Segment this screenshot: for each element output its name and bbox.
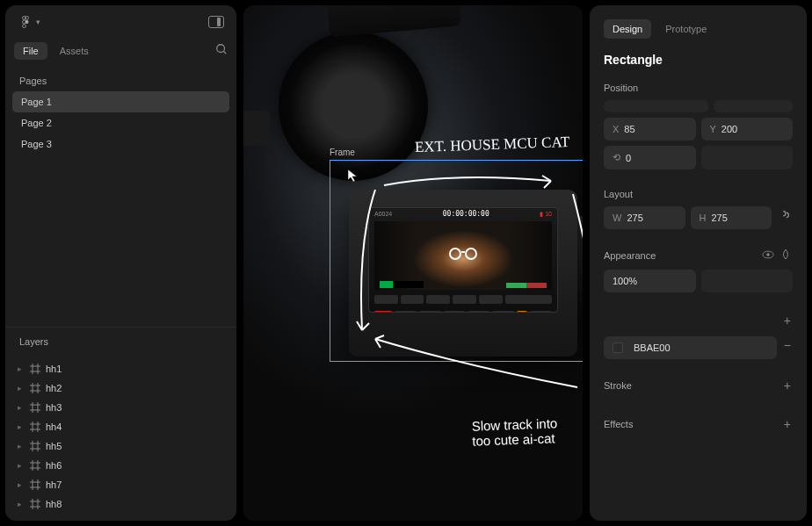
layer-label: hh7 xyxy=(46,479,62,490)
layers-header: Layers xyxy=(5,327,236,354)
fill-swatch xyxy=(613,342,623,353)
width-input[interactable]: W275 xyxy=(604,206,685,229)
annotation-bottom: Slow track into too cute ai-cat xyxy=(471,416,558,448)
svg-point-4 xyxy=(23,25,26,28)
flip-controls[interactable] xyxy=(701,146,794,169)
toggle-panels-icon[interactable] xyxy=(208,16,224,28)
appearance-section: Appearance 100% xyxy=(604,249,793,298)
y-input[interactable]: Y200 xyxy=(701,118,794,141)
canvas[interactable]: A0024 00:00:00:00 ▮ 10 Frame EXT. HOUSE … xyxy=(243,5,583,521)
frame-icon xyxy=(30,364,40,374)
layer-label: hh6 xyxy=(46,460,62,471)
app-menu[interactable]: ▾ xyxy=(18,14,40,30)
camera-lens xyxy=(279,32,428,181)
layer-label: hh5 xyxy=(46,441,62,451)
rotation-input[interactable]: ⟲0 xyxy=(604,146,696,169)
layout-section: Layout W275 H275 xyxy=(604,189,793,234)
blend-icon[interactable] xyxy=(779,250,793,264)
layer-item[interactable]: ▸hh5 xyxy=(12,436,229,456)
page-item[interactable]: Page 3 xyxy=(12,133,229,155)
layer-label: hh2 xyxy=(46,383,62,393)
layer-item[interactable]: ▸hh1 xyxy=(12,359,229,378)
layer-label: hh8 xyxy=(46,499,62,509)
add-fill-icon[interactable]: + xyxy=(782,312,793,329)
rotate-icon: ⟲ xyxy=(613,152,620,163)
app-toolbar: ▾ xyxy=(5,5,236,39)
caret-icon: ▸ xyxy=(18,500,25,508)
camera-topbody xyxy=(324,5,461,37)
frame-icon xyxy=(30,499,40,509)
right-tabs: Design Prototype xyxy=(604,19,793,39)
layer-item[interactable]: ▸hh8 xyxy=(12,494,229,514)
svg-point-5 xyxy=(217,45,225,53)
effects-section: Effects + xyxy=(604,415,793,440)
layer-label: hh1 xyxy=(46,364,62,374)
tab-design[interactable]: Design xyxy=(604,19,651,39)
caret-icon: ▸ xyxy=(18,461,25,470)
layer-label: hh4 xyxy=(46,422,62,432)
svg-point-3 xyxy=(25,20,29,24)
selection-title: Rectangle xyxy=(604,53,793,67)
layer-item[interactable]: ▸hh6 xyxy=(12,456,229,475)
layer-label: hh3 xyxy=(46,402,62,413)
caret-icon: ▸ xyxy=(18,442,25,450)
layer-item[interactable]: ▸hh4 xyxy=(12,417,229,436)
figma-logo-icon xyxy=(18,14,33,30)
tab-file[interactable]: File xyxy=(14,42,47,60)
position-section: Position X85 Y200 ⟲0 xyxy=(604,83,793,175)
annotation-top: EXT. HOUSE MCU CAT xyxy=(415,134,570,156)
visibility-icon[interactable] xyxy=(760,250,779,264)
caret-icon: ▸ xyxy=(18,364,25,373)
layer-item[interactable]: ▸hh2 xyxy=(12,378,229,398)
frame-icon xyxy=(30,383,40,393)
frame-name-label[interactable]: Frame xyxy=(330,148,355,157)
left-panel: ▾ File Assets Pages Page 1 Page 2 Page 3… xyxy=(5,5,236,521)
stroke-section: Stroke + xyxy=(604,377,793,401)
tab-assets[interactable]: Assets xyxy=(51,42,98,60)
corner-radius-input[interactable] xyxy=(701,270,794,292)
stroke-label: Stroke xyxy=(604,380,632,391)
appearance-label: Appearance xyxy=(604,250,656,261)
x-input[interactable]: X85 xyxy=(604,118,696,141)
sidebar-tabs: File Assets xyxy=(5,39,236,67)
annotation-arrow-icon xyxy=(331,163,583,409)
layers-list: ▸hh1 ▸hh2 ▸hh3 ▸hh4 ▸hh5 ▸hh6 ▸hh7 ▸hh8 xyxy=(5,354,236,521)
pages-list: Page 1 Page 2 Page 3 xyxy=(5,91,236,167)
page-item[interactable]: Page 2 xyxy=(12,112,229,133)
caret-icon: ▸ xyxy=(18,403,25,412)
layer-item[interactable]: ▸hh7 xyxy=(12,475,229,494)
align-controls-2[interactable] xyxy=(714,100,793,112)
annotation-line2: too cute ai-cat xyxy=(472,431,558,449)
remove-fill-icon[interactable]: − xyxy=(782,336,793,359)
add-effect-icon[interactable]: + xyxy=(782,415,793,433)
chevron-down-icon: ▾ xyxy=(36,18,40,26)
search-icon[interactable] xyxy=(215,43,228,59)
svg-line-6 xyxy=(224,52,227,54)
frame-icon xyxy=(30,460,40,471)
frame-icon xyxy=(30,402,40,413)
fill-color-input[interactable]: BBAE00 xyxy=(604,336,777,359)
right-panel: Design Prototype Rectangle Position X85 … xyxy=(590,5,807,521)
camera-viewfinder xyxy=(243,111,270,146)
caret-icon: ▸ xyxy=(18,422,25,431)
layer-item[interactable]: ▸hh3 xyxy=(12,398,229,417)
pages-header: Pages xyxy=(5,67,236,91)
height-input[interactable]: H275 xyxy=(691,206,772,229)
page-item[interactable]: Page 1 xyxy=(12,91,229,112)
align-controls[interactable] xyxy=(604,100,708,112)
frame-icon xyxy=(30,479,40,490)
link-dimensions-icon[interactable] xyxy=(777,206,793,229)
tab-prototype[interactable]: Prototype xyxy=(656,19,715,39)
effects-label: Effects xyxy=(604,419,633,429)
caret-icon: ▸ xyxy=(18,480,25,489)
frame-icon xyxy=(30,441,40,451)
caret-icon: ▸ xyxy=(18,384,25,393)
fill-section: + BBAE00 − xyxy=(604,312,793,364)
frame-icon xyxy=(30,422,40,432)
layout-label: Layout xyxy=(604,189,793,199)
add-stroke-icon[interactable]: + xyxy=(782,377,793,394)
opacity-input[interactable]: 100% xyxy=(604,270,696,292)
svg-point-40 xyxy=(766,253,770,256)
position-label: Position xyxy=(604,83,793,93)
